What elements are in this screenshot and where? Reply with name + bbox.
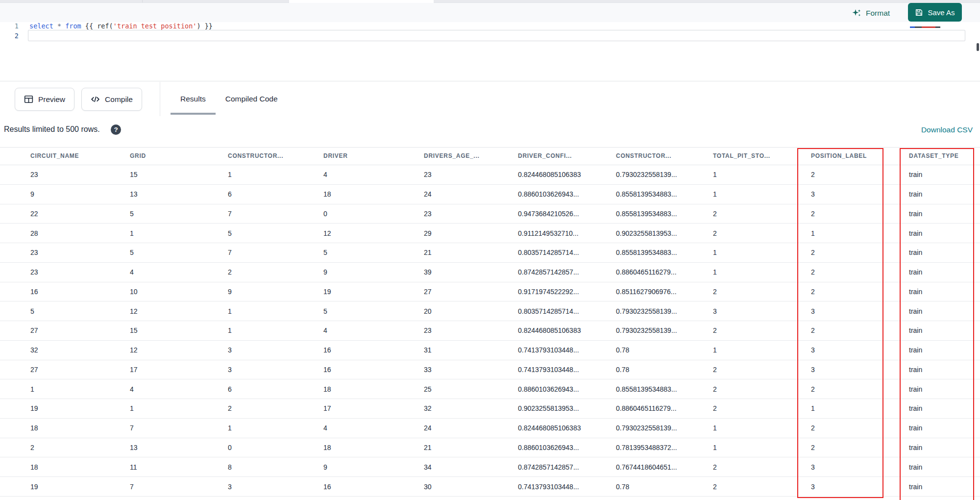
- format-button[interactable]: Format: [849, 6, 893, 21]
- table-cell: 0.8742857142857...: [518, 268, 579, 276]
- table-cell: 2: [811, 288, 815, 296]
- table-cell: train: [909, 346, 922, 354]
- code-token: ref(: [97, 22, 113, 30]
- table-cell: 5: [323, 249, 327, 256]
- table-cell: train: [909, 288, 922, 296]
- table-cell: 5: [228, 229, 232, 237]
- tab-strip-divider: [142, 0, 143, 2]
- code-token: [61, 22, 65, 30]
- table-cell: 2: [713, 288, 717, 296]
- tab-results[interactable]: Results: [171, 81, 216, 116]
- table-cell: 1: [713, 171, 717, 178]
- table-cell: 3: [811, 483, 815, 491]
- column-header: POSITION_LABEL: [811, 152, 867, 159]
- table-cell: 16: [323, 346, 331, 354]
- column-header: DRIVER: [323, 152, 348, 159]
- table-cell: 19: [30, 404, 38, 412]
- table-row: 23575210.8035714285714...0.8558139534883…: [0, 243, 980, 263]
- table-cell: 4: [323, 424, 327, 432]
- table-cell: 7: [130, 424, 134, 432]
- table-cell: train: [909, 366, 922, 374]
- table-cell: 0.7930232558139...: [616, 307, 677, 315]
- code-icon: [91, 95, 100, 104]
- active-line-box[interactable]: [28, 30, 965, 41]
- table-cell: 5: [323, 307, 327, 315]
- table-cell: 0.9112149532710...: [518, 229, 579, 237]
- table-cell: 18: [323, 444, 331, 451]
- table-cell: 1: [130, 229, 134, 237]
- table-cell: 0.8860465116279...: [616, 404, 677, 412]
- table-cell: 30: [424, 483, 432, 491]
- table-cell: 21: [424, 444, 432, 451]
- table-cell: train: [909, 268, 922, 276]
- table-cell: 0.7413793103448...: [518, 483, 579, 491]
- table-cell: 0.78: [616, 366, 629, 374]
- table-cell: 0.8558139534883...: [616, 210, 677, 218]
- table-cell: 2: [811, 385, 815, 393]
- table-cell: 1: [30, 385, 34, 393]
- table-cell: 1: [130, 404, 134, 412]
- table-cell: 12: [130, 307, 138, 315]
- divider: [160, 82, 160, 116]
- preview-button[interactable]: Preview: [15, 88, 74, 111]
- table-cell: 7: [228, 210, 232, 218]
- sql-editor[interactable]: 1 2 select * from {{ ref('train_test_pos…: [0, 22, 980, 81]
- table-cell: 2: [811, 249, 815, 256]
- preview-label: Preview: [38, 95, 65, 104]
- table-cell: 1: [713, 249, 717, 256]
- table-cell: 7: [228, 249, 232, 256]
- table-cell: 12: [323, 229, 331, 237]
- table-cell: 32: [424, 404, 432, 412]
- table-row: 913618240.8860103626943...0.855813953488…: [0, 185, 980, 204]
- code-token: from: [65, 22, 81, 30]
- column-header: TOTAL_PIT_STO...: [713, 152, 770, 159]
- minimap-segment: [935, 26, 940, 28]
- table-cell: 0.8035714285714...: [518, 249, 579, 256]
- table-cell: 2: [713, 366, 717, 374]
- table-cell: 1: [228, 171, 232, 178]
- column-header: GRID: [130, 152, 146, 159]
- table-cell: train: [909, 249, 922, 256]
- table-cell: 27: [30, 326, 38, 334]
- table-cell: 17: [323, 404, 331, 412]
- table-cell: 0.824468085106383: [518, 424, 581, 432]
- compile-button[interactable]: Compile: [81, 88, 142, 111]
- column-header: DRIVER_CONFI...: [518, 152, 572, 159]
- table-row: 22570230.9473684210526...0.8558139534883…: [0, 204, 980, 224]
- code-token: 'train_test_position': [113, 22, 197, 30]
- code-token: *: [57, 22, 61, 30]
- active-tab-underline: [171, 113, 216, 115]
- table-cell: 4: [130, 268, 134, 276]
- table-icon: [24, 95, 33, 104]
- table-body: 231514230.8244680851063830.7930232558139…: [0, 165, 980, 497]
- table-cell: 3: [811, 463, 815, 471]
- table-cell: 1: [228, 307, 232, 315]
- table-row: 197316300.7413793103448...0.7823train: [0, 477, 980, 497]
- table-cell: 12: [130, 346, 138, 354]
- table-cell: 16: [323, 483, 331, 491]
- table-cell: 1: [713, 268, 717, 276]
- code-token: select: [29, 22, 53, 30]
- code-line-1[interactable]: select * from {{ ref('train_test_positio…: [29, 21, 213, 31]
- table-cell: 0.824468085106383: [518, 171, 581, 178]
- help-icon[interactable]: ?: [111, 125, 121, 135]
- table-cell: 0.78: [616, 483, 629, 491]
- table-cell: 0.8558139534883...: [616, 190, 677, 198]
- table-cell: 0.8860103626943...: [518, 444, 579, 451]
- editor-minimap[interactable]: [910, 26, 942, 28]
- table-cell: 23: [424, 210, 432, 218]
- table-cell: 2: [811, 326, 815, 334]
- table-cell: 34: [424, 463, 432, 471]
- line-number-1: 1: [9, 21, 19, 31]
- table-cell: 13: [130, 444, 138, 451]
- tab-compiled-code[interactable]: Compiled Code: [216, 81, 288, 116]
- table-cell: 3: [228, 483, 232, 491]
- table-cell: 0.8742857142857...: [518, 463, 579, 471]
- sql-ide-app: Format Save As 1 2 select * from {{ ref(…: [0, 0, 980, 500]
- table-cell: 0.78: [616, 346, 629, 354]
- download-csv-link[interactable]: Download CSV: [921, 125, 973, 134]
- table-cell: train: [909, 171, 922, 178]
- editor-scrollbar[interactable]: [977, 43, 979, 51]
- table-cell: 4: [323, 326, 327, 334]
- save-as-button[interactable]: Save As: [908, 3, 962, 22]
